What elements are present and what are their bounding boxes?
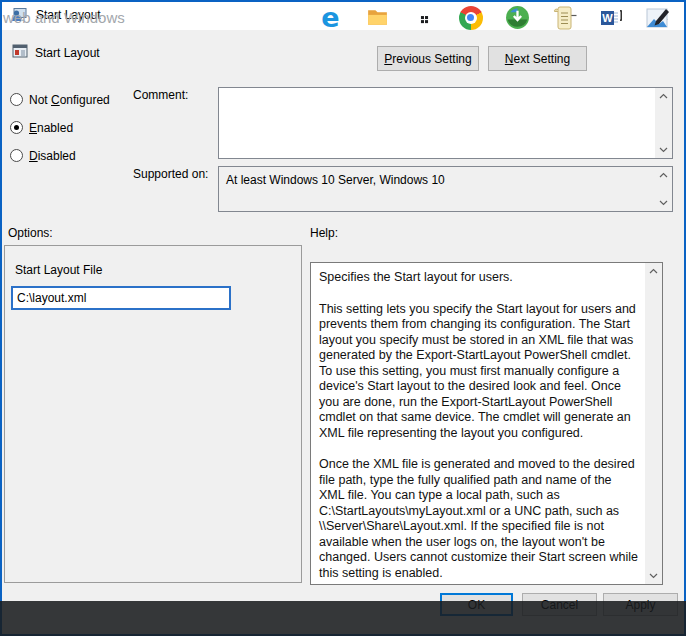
word-button[interactable]: W <box>587 0 634 35</box>
help-paragraph: This setting lets you specify the Start … <box>319 302 640 364</box>
scroll-down-icon[interactable] <box>659 145 668 154</box>
scroll-up-icon[interactable] <box>649 267 658 276</box>
radio-not-configured[interactable]: Not Configured <box>10 92 110 107</box>
policy-header: Start Layout Previous Setting Next Setti… <box>2 30 684 78</box>
photo-editor-icon <box>644 5 670 31</box>
store-icon <box>412 5 437 30</box>
scroll-down-icon[interactable] <box>649 571 658 580</box>
next-setting-button[interactable]: Next Setting <box>488 46 587 71</box>
options-section-label: Options: <box>8 226 53 240</box>
taskbar-search[interactable]: web and Windows <box>3 0 125 35</box>
scroll-up-icon[interactable] <box>659 171 668 180</box>
task-view-icon <box>272 6 296 30</box>
file-explorer-icon <box>365 5 390 30</box>
idm-icon <box>505 5 530 30</box>
supported-on-value: At least Windows 10 Server, Windows 10 <box>226 173 445 187</box>
word-icon: W <box>598 5 624 31</box>
chrome-button[interactable] <box>447 0 494 35</box>
comment-textarea[interactable] <box>218 87 673 159</box>
edge-icon: e <box>321 4 339 31</box>
help-text: Specifies the Start layout for users. Th… <box>311 263 645 584</box>
help-paragraph: Once the XML file is generated and moved… <box>319 457 640 581</box>
help-paragraph: To use this setting, you must first manu… <box>319 364 640 442</box>
task-view-button[interactable] <box>260 0 307 35</box>
radio-circle[interactable] <box>10 93 23 106</box>
radio-circle-selected[interactable] <box>10 121 23 134</box>
supported-on-box: At least Windows 10 Server, Windows 10 <box>218 166 673 212</box>
edge-button[interactable]: e <box>307 0 354 35</box>
help-section-label: Help: <box>310 226 338 240</box>
idm-button[interactable] <box>494 0 541 35</box>
policy-icon <box>12 43 28 59</box>
policy-name: Start Layout <box>35 46 100 60</box>
taskbar <box>0 601 686 636</box>
store-button[interactable] <box>401 0 448 35</box>
options-panel: Start Layout File <box>4 245 302 583</box>
scroll-down-icon[interactable] <box>659 198 668 207</box>
chrome-icon <box>459 6 483 30</box>
previous-setting-button[interactable]: Previous Setting <box>377 46 479 71</box>
scroll-app-button[interactable] <box>540 0 587 35</box>
photo-editor-button[interactable] <box>633 0 680 35</box>
supported-on-label: Supported on: <box>133 167 208 181</box>
svg-text:W: W <box>602 12 613 24</box>
radio-disabled[interactable]: Disabled <box>10 148 76 163</box>
comment-scrollbar[interactable] <box>655 88 672 158</box>
scroll-icon <box>551 4 577 32</box>
supported-scrollbar[interactable] <box>655 167 672 211</box>
help-panel: Specifies the Start layout for users. Th… <box>310 262 663 585</box>
policy-setting-dialog: Start Layout Start Layout Previous Setti… <box>0 0 686 636</box>
radio-enabled[interactable]: Enabled <box>10 120 73 135</box>
scroll-up-icon[interactable] <box>659 92 668 101</box>
start-layout-file-label: Start Layout File <box>15 263 102 277</box>
radio-circle[interactable] <box>10 149 23 162</box>
file-explorer-button[interactable] <box>354 0 401 35</box>
help-scrollbar[interactable] <box>645 263 662 584</box>
comment-label: Comment: <box>133 88 188 102</box>
start-layout-file-input[interactable] <box>11 286 231 310</box>
help-paragraph: Specifies the Start layout for users. <box>319 270 640 286</box>
